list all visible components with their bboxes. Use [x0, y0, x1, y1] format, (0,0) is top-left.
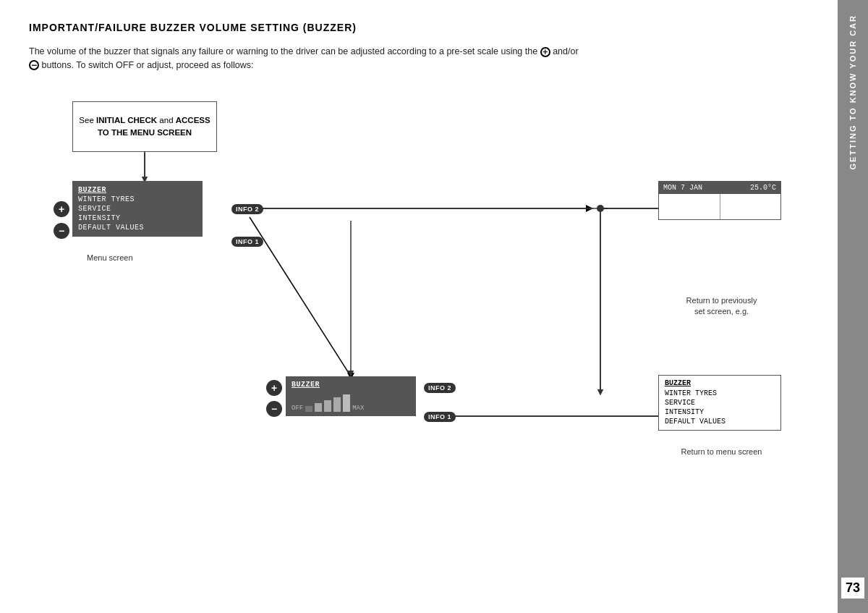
- arrows-svg: [29, 94, 825, 492]
- mon-date: MON 7 JAN: [663, 184, 702, 192]
- buzzer-screen-mid: BUZZER OFF MAX: [286, 376, 416, 416]
- mon-screen-right: [720, 194, 781, 219]
- menu-item-default: DEFAULT VALUES: [78, 223, 197, 232]
- info2-badge-top: INFO 2: [231, 201, 263, 214]
- desc-text-1: The volume of the buzzer that signals an…: [29, 46, 537, 56]
- minus-button-mid[interactable]: −: [266, 401, 282, 417]
- info1-label-top: INFO 1: [231, 237, 263, 247]
- bm-item-service: SERVICE: [665, 398, 775, 407]
- main-content: IMPORTANT/FAILURE BUZZER VOLUME SETTING …: [0, 0, 838, 613]
- mon-screen: MON 7 JAN 25.0°C: [658, 181, 781, 220]
- mon-screen-left: [659, 194, 720, 219]
- off-label: OFF: [292, 405, 303, 412]
- page-number: 73: [841, 578, 864, 599]
- flow-arrows: [29, 94, 825, 492]
- return-menu-text: Return to menu screen: [658, 447, 785, 456]
- buzzer-menu-right-title: BUZZER: [665, 379, 775, 387]
- svg-point-15: [597, 205, 604, 212]
- svg-marker-3: [586, 205, 593, 212]
- description: The volume of the buzzer that signals an…: [29, 45, 680, 72]
- svg-line-8: [250, 217, 351, 376]
- diagram: See INITIAL CHECK and ACCESS TO THE MENU…: [29, 94, 825, 492]
- mon-screen-body: [659, 194, 780, 219]
- menu-screen-label: Menu screen: [87, 253, 133, 262]
- initial-check-box: See INITIAL CHECK and ACCESS TO THE MENU…: [72, 101, 217, 152]
- info1-label-mid: INFO 1: [424, 412, 456, 422]
- plus-button-mid[interactable]: +: [266, 380, 282, 396]
- desc-text-2: and/or: [553, 46, 578, 56]
- bm-item-intensity: INTENSITY: [665, 407, 775, 417]
- menu-item-intensity: INTENSITY: [78, 214, 197, 223]
- desc-text-3: buttons. To switch OFF or adjust, procee…: [41, 60, 253, 70]
- plus-icon-mid: +: [266, 380, 282, 396]
- bm-item-winter: WINTER TYRES: [665, 389, 775, 398]
- menu-item-buzzer: BUZZER: [78, 185, 197, 195]
- buzzer-menu-right: BUZZER WINTER TYRES SERVICE INTENSITY DE…: [658, 375, 781, 431]
- plus-button-left[interactable]: +: [54, 201, 68, 216]
- menu-screen: BUZZER WINTER TYRES SERVICE INTENSITY DE…: [72, 181, 203, 237]
- info1-badge-top: INFO 1: [231, 234, 263, 247]
- sidebar: GETTING TO KNOW YOUR CAR 73: [838, 0, 868, 613]
- mon-screen-header: MON 7 JAN 25.0°C: [659, 182, 780, 194]
- minus-icon-desc: −: [29, 60, 39, 70]
- bm-item-default: DEFAULT VALUES: [665, 417, 775, 426]
- menu-item-winter: WINTER TYRES: [78, 195, 197, 204]
- menu-item-service: SERVICE: [78, 204, 197, 214]
- plus-icon-left: +: [54, 201, 69, 217]
- buzzer-title-mid: BUZZER: [292, 381, 410, 389]
- info2-label-mid: INFO 2: [424, 383, 456, 393]
- page-title: IMPORTANT/FAILURE BUZZER VOLUME SETTING …: [29, 22, 809, 33]
- initial-check-text: See INITIAL CHECK and ACCESS TO THE MENU…: [79, 114, 210, 138]
- minus-icon-mid: −: [266, 401, 282, 417]
- max-label: MAX: [352, 405, 364, 412]
- return-previously-text: Return to previouslyset screen, e.g.: [658, 295, 785, 318]
- plus-icon-desc: +: [540, 47, 550, 57]
- minus-icon-left: −: [54, 223, 69, 239]
- mon-temp: 25.0°C: [750, 184, 776, 192]
- minus-button-left[interactable]: −: [54, 223, 68, 237]
- info1-badge-mid: INFO 1: [424, 409, 456, 422]
- info2-label-top: INFO 2: [231, 204, 263, 214]
- info2-badge-mid: INFO 2: [424, 380, 456, 393]
- sidebar-label: GETTING TO KNOW YOUR CAR: [848, 14, 857, 169]
